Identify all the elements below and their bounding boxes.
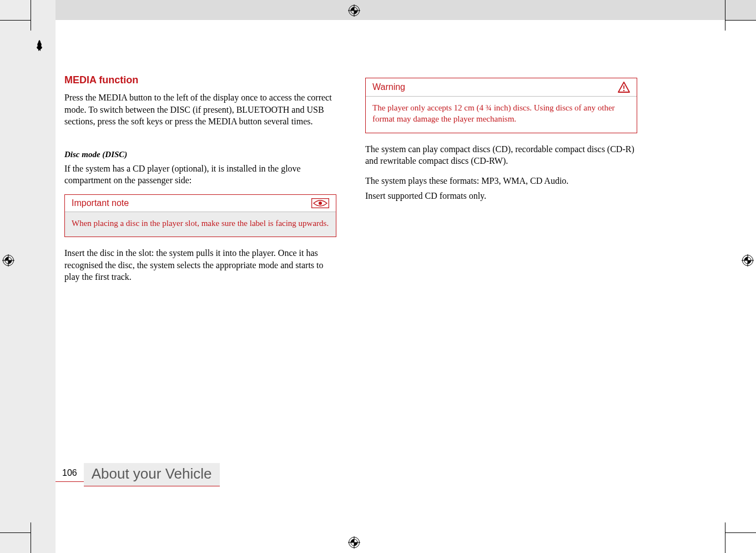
warning-box: Warning The player only accepts 12 cm (4… [365,78,637,133]
svg-point-3 [623,90,624,91]
note-eye-icon [311,198,329,208]
page-content: MEDIA function Press the MEDIA button to… [64,74,647,291]
section-title: About your Vehicle [84,463,220,486]
crop-mark-icon [725,522,725,553]
disc-mode-paragraph: If the system has a CD player (optional)… [64,163,336,187]
important-note-header: Important note [65,195,336,212]
crop-mark-icon [0,532,31,533]
crop-mark-icon [725,532,756,533]
crop-mark-icon [725,20,756,21]
svg-point-1 [319,202,322,205]
media-intro-paragraph: Press the MEDIA button to the left of th… [64,92,336,128]
important-note-text: When placing a disc in the player slot, … [72,218,329,229]
disc-mode-subheading: Disc mode (DISC) [64,150,336,159]
important-note-title: Important note [72,198,129,208]
important-note-box: Important note When placing a disc in th… [64,194,336,237]
warning-title: Warning [372,82,405,92]
right-column: Warning The player only accepts 12 cm (4… [365,74,637,291]
supported-formats-paragraph: Insert supported CD formats only. [365,190,637,202]
registration-mark-bottom-icon [348,536,360,549]
page-footer: 106 About your Vehicle [0,464,756,486]
crop-mark-icon [31,0,31,31]
important-note-body: When placing a disc in the player slot, … [65,212,336,237]
warning-header: Warning [366,78,637,97]
top-gray-bar [56,0,756,20]
registration-mark-top-icon [348,4,360,17]
warning-triangle-icon [618,82,630,93]
registration-mark-right-icon [742,254,754,267]
warning-text: The player only accepts 12 cm (4 ¾ inch)… [372,102,630,125]
registration-mark-left-icon [2,254,14,267]
page-number: 106 [56,468,84,482]
warning-body: The player only accepts 12 cm (4 ¾ inch)… [366,97,637,133]
insert-disc-paragraph: Insert the disc in the slot: the system … [64,247,336,283]
crop-mark-icon [31,522,31,553]
media-function-heading: MEDIA function [64,74,336,86]
ferrari-horse-icon [36,40,43,51]
formats-paragraph: The system plays these formats: MP3, WMA… [365,175,637,187]
crop-mark-icon [725,0,725,31]
crop-mark-icon [0,20,31,21]
cd-types-paragraph: The system can play compact discs (CD), … [365,143,637,167]
left-column: MEDIA function Press the MEDIA button to… [64,74,336,291]
